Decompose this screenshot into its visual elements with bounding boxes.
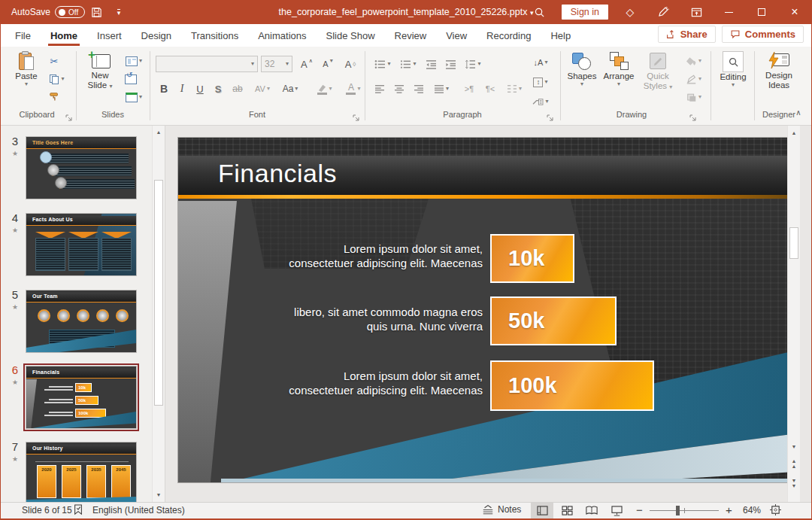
next-slide-button[interactable]: ▼▼ [788,478,800,488]
shape-outline-button[interactable]: ▾ [680,71,707,87]
autosave-toggle[interactable]: AutoSave Off [11,6,85,18]
copy-button[interactable]: ▾ [44,71,70,87]
align-center-button[interactable] [390,80,408,98]
thumbnail-scrollbar[interactable]: ▲ ▼ [152,126,165,502]
language-indicator[interactable]: English (United States) [92,505,185,515]
tab-recording[interactable]: Recording [477,26,541,46]
slide-counter[interactable]: Slide 6 of 15 [22,505,72,515]
spell-check-button[interactable] [73,504,83,518]
text-highlight-button[interactable]: ▾ [312,80,338,98]
value-box-10k[interactable]: 10k [490,234,574,283]
quick-styles-button[interactable]: Quick Styles ▾ [638,51,677,91]
previous-slide-button[interactable]: ▲▲ [788,458,800,469]
align-text-button[interactable]: ↕▾ [526,74,556,90]
notes-button[interactable]: Notes [482,504,521,515]
scrollbar-thumb[interactable] [789,227,798,259]
value-box-50k[interactable]: 50k [490,296,617,345]
slide-text-row-1[interactable]: Lorem ipsum dolor sit amet,consectetuer … [268,242,483,270]
decrease-indent-button[interactable] [422,56,440,72]
sign-in-button[interactable]: Sign in [562,5,608,20]
layout-button[interactable]: ▾ [121,53,147,69]
text-direction-button[interactable]: ↓A▾ [526,54,556,71]
inking-button[interactable] [652,0,674,24]
tab-home[interactable]: Home [41,26,87,46]
scroll-up-icon[interactable]: ▲ [788,128,800,138]
shape-effects-button[interactable]: ▾ [680,89,707,105]
decrease-font-button[interactable]: A▾ [318,56,338,72]
new-slide-button[interactable]: + New Slide ▾ [80,51,120,90]
ribbon-display-options-button[interactable] [685,0,707,24]
clipboard-dialog-launcher[interactable] [65,111,74,120]
fit-slide-button[interactable] [770,504,781,518]
zoom-out-button[interactable]: − [636,503,643,516]
align-left-button[interactable] [371,80,389,98]
scrollbar-thumb[interactable] [154,180,163,406]
zoom-in-button[interactable]: + [726,503,732,516]
reset-button[interactable]: ↺ [121,71,141,87]
cut-button[interactable]: ✂ [44,53,64,69]
maximize-button[interactable] [745,0,778,24]
close-button[interactable]: × [778,0,811,24]
slide-text-row-3[interactable]: Lorem ipsum dolor sit amet,consectetuer … [268,369,483,397]
justify-button[interactable]: ▾ [429,80,453,98]
reading-view-button[interactable] [580,503,603,518]
design-ideas-button[interactable]: Design Ideas [757,51,801,90]
columns-button[interactable]: ▾ [501,80,527,98]
character-spacing-button[interactable]: AV▾ [249,80,276,98]
bold-button[interactable]: B [156,80,172,98]
bullets-button[interactable]: ▾ [371,56,395,72]
font-name-select[interactable]: ▾ [156,56,258,72]
rtl-direction-button[interactable]: ¶< [480,80,500,98]
change-case-button[interactable]: Aa▾ [277,80,303,98]
strikethrough-button[interactable]: ab [228,80,247,98]
editing-button[interactable]: Editing ▾ [715,51,751,88]
shape-fill-button[interactable]: ▾ [680,53,707,69]
zoom-level[interactable]: 64% [743,505,761,515]
numbering-button[interactable]: ▾ [396,56,420,72]
save-button[interactable] [85,0,108,24]
thumbnail-slide-5[interactable]: Our Team [26,290,137,353]
value-box-100k[interactable]: 100k [490,360,654,411]
font-color-button[interactable]: A ▾ [341,80,366,98]
thumbnail-slide-3[interactable]: Title Goes Here [26,136,137,199]
font-size-select[interactable]: 32▾ [261,56,292,72]
arrange-button[interactable]: Arrange ▾ [601,51,637,87]
slide-title[interactable]: Financials [218,159,337,188]
scroll-down-icon[interactable]: ▼ [788,442,800,452]
editor-scrollbar[interactable]: ▲ ▼ ▲▲ ▼▼ [787,126,800,502]
scroll-up-icon[interactable]: ▲ [153,127,165,138]
paragraph-dialog-launcher[interactable] [547,111,556,120]
slide-sorter-view-button[interactable] [556,503,578,518]
normal-view-button[interactable] [531,503,553,518]
section-button[interactable]: ▾ [121,89,147,105]
increase-font-button[interactable]: A∧ [297,56,317,72]
thumbnail-slide-6-selected[interactable]: Financials 10k 50k 100k [26,366,137,429]
autosave-switch[interactable]: Off [55,6,85,18]
scroll-down-icon[interactable]: ▼ [153,490,165,500]
slide-text-row-2[interactable]: libero, sit amet commodo magna erosquis … [268,305,483,333]
paste-button[interactable]: Paste ▾ [10,51,43,87]
customize-qat-button[interactable]: ▾ [108,0,130,24]
underline-button[interactable]: U [192,80,208,98]
ltr-direction-button[interactable]: >¶ [459,80,479,98]
minimize-button[interactable] [712,0,745,24]
tab-view[interactable]: View [436,26,477,46]
drawing-dialog-launcher[interactable] [689,111,698,120]
share-button[interactable]: Share [658,26,716,43]
font-dialog-launcher[interactable] [353,111,362,120]
line-spacing-button[interactable]: ▾ [461,56,485,72]
search-button[interactable] [529,0,551,24]
tab-slideshow[interactable]: Slide Show [316,26,384,46]
tab-transitions[interactable]: Transitions [181,26,248,46]
tab-review[interactable]: Review [385,26,437,46]
slideshow-view-button[interactable] [605,503,628,518]
thumbnail-slide-4[interactable]: Facts About Us [26,213,137,276]
collapse-ribbon-button[interactable]: ∧ [792,108,805,120]
increase-indent-button[interactable] [441,56,459,72]
slide-canvas[interactable]: Financials Lorem ipsum dolor sit amet,co… [177,137,792,483]
tab-file[interactable]: File [5,26,41,46]
clear-formatting-button[interactable]: A◊ [341,56,360,72]
tab-design[interactable]: Design [132,26,181,46]
tab-insert[interactable]: Insert [87,26,132,46]
convert-smartart-button[interactable]: ▾ [526,93,556,110]
